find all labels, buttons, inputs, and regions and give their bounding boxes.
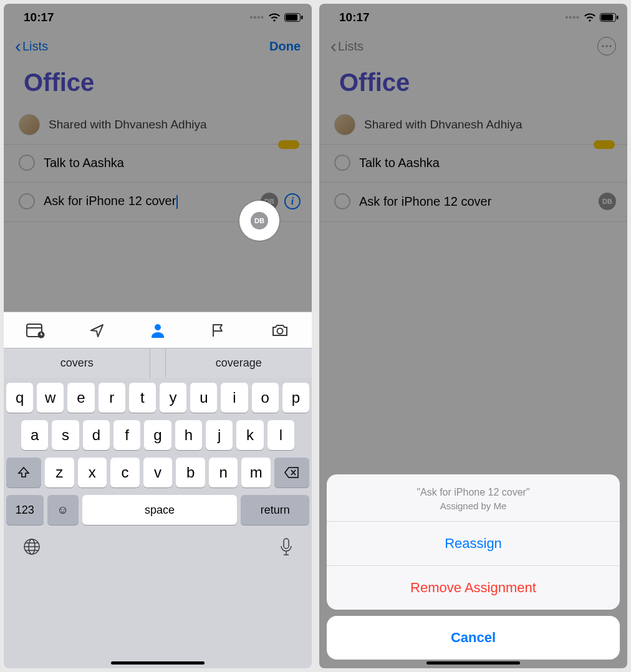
key-n[interactable]: n [209,458,238,487]
reminder-text[interactable]: Talk to Aashka [359,156,616,170]
numbers-key[interactable]: 123 [6,495,44,525]
location-icon[interactable] [89,322,105,338]
cellular-dots-icon: •••• [249,12,264,22]
assign-icon[interactable] [150,322,166,338]
svg-rect-14 [617,16,619,19]
key-v[interactable]: v [143,458,173,487]
back-button[interactable]: ‹ Lists [15,37,48,55]
screenshot-right: 10:17 •••• ‹ Lists Office Shar [319,4,627,668]
info-icon[interactable]: i [284,193,301,209]
key-w[interactable]: w [37,383,64,413]
key-c[interactable]: c [110,458,140,487]
shared-with-row[interactable]: Shared with Dhvanesh Adhiya [4,108,312,145]
reminder-text-editing[interactable]: Ask for iPhone 12 cover [44,194,252,209]
key-x[interactable]: x [78,458,107,487]
key-f[interactable]: f [113,420,140,450]
reminder-row[interactable]: Talk to Aashka [4,145,312,183]
key-u[interactable]: u [190,383,217,413]
shared-with-row[interactable]: Shared with Dhvanesh Adhiya [319,108,627,145]
keyboard-row: qwertyuiop [6,383,309,413]
key-r[interactable]: r [99,383,125,413]
key-q[interactable]: q [6,383,33,413]
chevron-left-icon: ‹ [15,37,21,55]
status-bar: 10:17 •••• [319,4,627,31]
emoji-key[interactable]: ☺ [47,495,79,525]
key-d[interactable]: d [83,420,110,450]
more-button[interactable] [597,37,616,55]
sheet-subtitle: Assigned by Me [333,501,614,511]
spotlight-highlight: DB [239,201,279,241]
key-e[interactable]: e [67,383,94,413]
svg-rect-1 [286,14,297,21]
key-l[interactable]: l [267,420,294,450]
svg-rect-13 [601,14,613,21]
key-g[interactable]: g [144,420,171,450]
reminder-row[interactable]: Talk to Aashka [319,145,627,183]
globe-icon[interactable] [22,537,41,562]
cellular-dots-icon: •••• [565,12,580,22]
back-label: Lists [22,39,48,54]
dictation-icon[interactable] [279,537,293,562]
home-indicator[interactable] [426,661,520,665]
shared-avatar-icon [334,114,355,135]
key-h[interactable]: h [175,420,202,450]
camera-icon[interactable] [271,322,289,338]
remove-assignment-option[interactable]: Remove Assignment [327,566,620,610]
key-i[interactable]: i [221,383,248,413]
home-indicator[interactable] [111,661,205,665]
key-a[interactable]: a [21,420,48,450]
key-t[interactable]: t [129,383,156,413]
complete-radio[interactable] [334,193,350,209]
date-icon[interactable] [26,322,45,338]
key-j[interactable]: j [206,420,233,450]
list-title: Office [4,61,312,108]
sheet-title: "Ask for iPhone 12 cover" [333,487,614,498]
flag-icon[interactable] [210,322,226,338]
svg-point-15 [602,45,604,47]
keyboard: qwertyuiop asdfghjkl zxcvbnm 123 ☺ space… [4,378,312,668]
key-b[interactable]: b [176,458,205,487]
list-title: Office [319,61,627,108]
shift-key[interactable] [6,458,41,487]
flag-color-icon [278,140,299,149]
key-m[interactable]: m [241,458,271,487]
reassign-option[interactable]: Reassign [327,522,620,566]
return-key[interactable]: return [241,495,309,525]
assignee-badge-highlight[interactable]: DB [251,212,268,229]
svg-rect-2 [301,16,303,19]
reminder-text[interactable]: Ask for iPhone 12 cover [359,194,590,209]
reminder-text[interactable]: Talk to Aashka [44,156,301,170]
cancel-button[interactable]: Cancel [327,616,620,660]
nav-bar: ‹ Lists [319,31,627,61]
reminder-row[interactable]: Ask for iPhone 12 cover DB [319,183,627,222]
key-o[interactable]: o [252,383,279,413]
svg-rect-11 [284,539,289,549]
wifi-icon [268,13,281,22]
svg-point-17 [609,45,611,47]
suggestion[interactable]: coverage [165,348,312,378]
space-key[interactable]: space [82,495,238,525]
complete-radio[interactable] [19,155,35,171]
key-s[interactable]: s [52,420,79,450]
back-button[interactable]: ‹ Lists [330,37,364,55]
svg-point-16 [605,45,607,47]
status-time: 10:17 [24,11,54,24]
complete-radio[interactable] [19,193,35,209]
key-p[interactable]: p [282,383,309,413]
svg-point-6 [155,324,161,330]
status-bar: 10:17 •••• [4,4,312,31]
complete-radio[interactable] [334,155,350,171]
svg-point-7 [277,328,283,334]
key-k[interactable]: k [236,420,263,450]
suggestion[interactable]: covers [4,348,150,378]
back-label: Lists [338,39,364,54]
key-z[interactable]: z [45,458,74,487]
done-button[interactable]: Done [269,39,301,54]
battery-icon [600,13,619,22]
assignee-badge[interactable]: DB [599,193,616,210]
text-cursor [176,195,178,209]
keyboard-suggestions: covers coverage [4,348,312,378]
reminder-toolbar [4,312,312,348]
backspace-key[interactable] [274,458,309,487]
key-y[interactable]: y [160,383,186,413]
